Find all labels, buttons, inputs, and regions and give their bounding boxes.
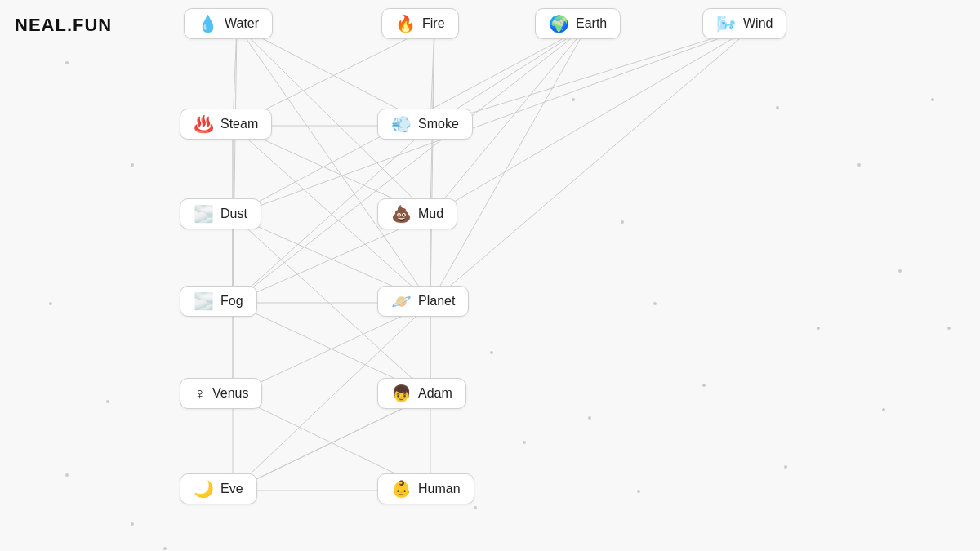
element-water[interactable]: 💧Water: [184, 8, 273, 39]
mud-icon: 💩: [391, 206, 412, 222]
svg-line-14: [430, 25, 588, 303]
eve-label: Eve: [220, 482, 243, 496]
eve-icon: 🌙: [194, 481, 214, 497]
element-venus[interactable]: ♀Venus: [180, 378, 262, 409]
smoke-label: Smoke: [418, 117, 459, 131]
element-wind[interactable]: 🌬️Wind: [702, 8, 786, 39]
venus-icon: ♀: [194, 385, 206, 402]
adam-label: Adam: [418, 386, 452, 401]
svg-line-9: [233, 25, 755, 216]
element-human[interactable]: 👶Human: [377, 473, 474, 504]
steam-icon: ♨️: [194, 116, 214, 132]
element-fire[interactable]: 🔥Fire: [381, 8, 459, 39]
mud-label: Mud: [418, 207, 443, 221]
dust-label: Dust: [220, 207, 247, 221]
svg-line-36: [430, 25, 755, 303]
dust-icon: 🌫️: [194, 206, 214, 222]
wind-icon: 🌬️: [716, 16, 737, 32]
wind-label: Wind: [743, 16, 773, 31]
element-steam[interactable]: ♨️Steam: [180, 109, 272, 140]
element-planet[interactable]: 🪐Planet: [377, 286, 469, 317]
svg-line-37: [237, 25, 430, 303]
fog-icon: 🌫️: [194, 293, 214, 309]
water-icon: 💧: [198, 16, 218, 32]
element-adam[interactable]: 👦Adam: [377, 378, 466, 409]
smoke-icon: 💨: [391, 116, 412, 132]
element-smoke[interactable]: 💨Smoke: [377, 109, 473, 140]
earth-icon: 🌍: [549, 16, 569, 32]
fire-icon: 🔥: [395, 16, 416, 32]
planet-label: Planet: [418, 294, 455, 309]
connection-lines: [0, 0, 980, 551]
human-icon: 👶: [391, 481, 412, 497]
earth-label: Earth: [576, 16, 607, 31]
fire-label: Fire: [422, 16, 445, 31]
element-earth[interactable]: 🌍Earth: [535, 8, 621, 39]
element-dust[interactable]: 🌫️Dust: [180, 198, 261, 229]
human-label: Human: [418, 482, 461, 496]
svg-line-26: [430, 25, 755, 216]
element-mud[interactable]: 💩Mud: [377, 198, 457, 229]
adam-icon: 👦: [391, 385, 412, 402]
fog-label: Fog: [220, 294, 243, 309]
venus-label: Venus: [212, 386, 248, 401]
planet-icon: 🪐: [391, 293, 412, 309]
steam-label: Steam: [220, 117, 258, 131]
element-fog[interactable]: 🌫️Fog: [180, 286, 257, 317]
element-eve[interactable]: 🌙Eve: [180, 473, 257, 504]
svg-line-38: [233, 25, 588, 303]
water-label: Water: [225, 16, 259, 31]
